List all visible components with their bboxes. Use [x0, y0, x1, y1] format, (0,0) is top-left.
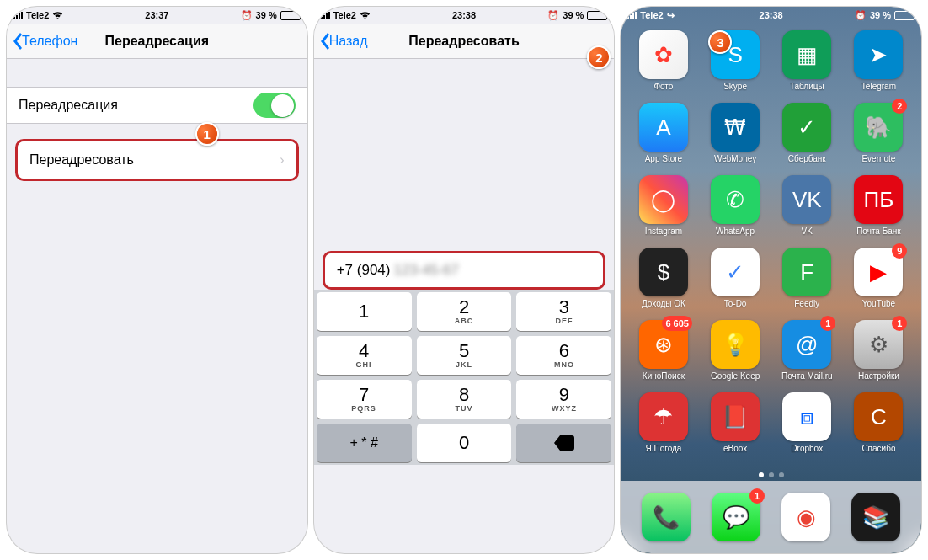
- app-Dropbox[interactable]: ⧈Dropbox: [776, 392, 838, 453]
- app-label: Я.Погода: [645, 444, 681, 453]
- highlight-forward-to: Переадресовать ›: [15, 139, 299, 181]
- app-Telegram[interactable]: ➤Telegram: [848, 30, 909, 91]
- numeric-keypad: 12ABC3DEF4GHI5JKL6MNO7PQRS8TUV9WXYZ + * …: [314, 290, 615, 465]
- app-To-Do[interactable]: ✓To-Do: [705, 248, 766, 308]
- app-label: Dropbox: [791, 444, 823, 453]
- app-Доходы ОК[interactable]: $Доходы ОК: [632, 248, 694, 308]
- app-label: Skype: [723, 82, 747, 91]
- app-label: YouTube: [862, 299, 895, 308]
- back-label: Телефон: [22, 34, 77, 49]
- call-forward-indicator-icon: ↪: [667, 10, 675, 21]
- app-Фото[interactable]: ✿Фото: [632, 30, 694, 91]
- back-label: Назад: [329, 34, 368, 49]
- key-backspace[interactable]: [516, 424, 611, 462]
- badge: 6 605: [662, 316, 692, 331]
- app-App Store[interactable]: AApp Store: [632, 103, 694, 163]
- forward-to-row[interactable]: Переадресовать ›: [18, 141, 296, 179]
- screen-2-forward-number-entry: Tele2 23:38 ⏰ 39 % Назад Переадресовать …: [314, 7, 615, 553]
- dock-app[interactable]: 📞: [642, 493, 691, 541]
- app-icon: ➤: [854, 30, 903, 79]
- app-label: Сбербанк: [788, 154, 826, 163]
- key-3[interactable]: 3DEF: [516, 292, 611, 331]
- app-icon: 📕: [711, 392, 760, 441]
- key-1[interactable]: 1: [317, 292, 412, 331]
- alarm-icon: ⏰: [855, 10, 867, 21]
- app-Я.Погода[interactable]: ☂Я.Погода: [632, 392, 694, 453]
- app-label: WhatsApp: [716, 227, 755, 236]
- alarm-icon: ⏰: [547, 10, 559, 21]
- app-label: Доходы ОК: [642, 299, 685, 308]
- page-indicator[interactable]: [621, 472, 921, 477]
- phone-number-input[interactable]: +7 (904) 123-45-67: [325, 253, 604, 287]
- back-button[interactable]: Назад: [319, 33, 368, 50]
- key-symbols[interactable]: + * #: [317, 424, 412, 462]
- key-4[interactable]: 4GHI: [317, 336, 412, 375]
- app-label: Настройки: [858, 371, 899, 381]
- dock-app[interactable]: 💬1: [712, 493, 760, 541]
- app-icon: ✆: [711, 175, 760, 224]
- chevron-right-icon: ›: [280, 152, 284, 168]
- badge: 1: [820, 316, 835, 331]
- app-Таблицы[interactable]: ▦Таблицы: [776, 30, 838, 91]
- badge: 9: [892, 243, 907, 259]
- app-label: Спасибо: [861, 444, 895, 453]
- app-КиноПоиск[interactable]: ⊛6 605КиноПоиск: [632, 320, 694, 381]
- wifi-icon: [52, 11, 63, 19]
- key-8[interactable]: 8TUV: [417, 380, 512, 419]
- app-Evernote[interactable]: 🐘2Evernote: [848, 103, 909, 163]
- app-label: VK: [802, 227, 813, 236]
- app-Почта Mail.ru[interactable]: @1Почта Mail.ru: [776, 320, 838, 381]
- app-label: WebMoney: [714, 154, 756, 163]
- forwarding-toggle-row: Переадресация: [7, 87, 307, 124]
- screen-3-home-screen: Tele2 ↪ 23:38 ⏰ 39 % 3 ✿ФотоSSkype▦Табли…: [621, 7, 921, 553]
- callout-1: 1: [195, 122, 219, 146]
- app-icon: A: [639, 103, 688, 152]
- app-label: eBoox: [723, 444, 747, 453]
- app-YouTube[interactable]: ▶9YouTube: [848, 248, 909, 308]
- forward-to-label: Переадресовать: [29, 152, 134, 168]
- status-bar: Tele2 23:37 ⏰ 39 %: [7, 7, 307, 24]
- app-label: App Store: [645, 154, 682, 163]
- key-5[interactable]: 5JKL: [417, 336, 512, 375]
- dock-app[interactable]: 📚: [851, 493, 900, 541]
- dock-app[interactable]: ◉: [781, 493, 830, 541]
- status-bar: Tele2 23:38 ⏰ 39 %: [314, 7, 615, 24]
- app-Сбербанк[interactable]: ✓Сбербанк: [776, 103, 838, 163]
- key-7[interactable]: 7PQRS: [317, 380, 412, 419]
- key-0[interactable]: 0: [417, 424, 512, 462]
- app-eBoox[interactable]: 📕eBoox: [705, 392, 766, 453]
- nav-bar: Назад Переадресовать: [314, 24, 615, 59]
- forwarding-toggle[interactable]: [253, 93, 296, 118]
- app-Google Keep[interactable]: 💡Google Keep: [705, 320, 766, 381]
- app-Instagram[interactable]: ◯Instagram: [632, 175, 694, 236]
- status-time: 23:37: [145, 10, 168, 20]
- carrier-label: Tele2: [26, 10, 49, 20]
- app-WebMoney[interactable]: ₩WebMoney: [705, 103, 766, 163]
- app-VK[interactable]: VKVK: [776, 175, 838, 236]
- app-Спасибо[interactable]: ССпасибо: [848, 392, 909, 453]
- badge: 1: [892, 316, 907, 331]
- key-9[interactable]: 9WXYZ: [516, 380, 611, 419]
- app-Почта Банк[interactable]: ПБПочта Банк: [848, 175, 909, 236]
- app-icon: ☂: [639, 392, 688, 441]
- app-label: Таблицы: [790, 82, 824, 91]
- status-time: 23:38: [452, 10, 476, 20]
- back-button[interactable]: Телефон: [12, 33, 77, 50]
- app-label: КиноПоиск: [643, 371, 685, 381]
- callout-2: 2: [587, 45, 611, 69]
- home-screen-grid: ✿ФотоSSkype▦Таблицы➤TelegramAApp Store₩W…: [621, 24, 921, 453]
- app-icon: ✿: [639, 30, 688, 79]
- app-icon: F: [782, 248, 831, 296]
- app-label: Фото: [653, 82, 673, 91]
- battery-icon: [280, 11, 301, 20]
- app-icon: ₩: [711, 103, 760, 152]
- app-icon: С: [854, 392, 903, 441]
- wifi-icon: [360, 11, 371, 19]
- app-icon: ▦: [782, 30, 831, 79]
- badge: 1: [749, 488, 765, 504]
- key-2[interactable]: 2ABC: [417, 292, 512, 331]
- app-WhatsApp[interactable]: ✆WhatsApp: [705, 175, 766, 236]
- app-Настройки[interactable]: ⚙1Настройки: [848, 320, 909, 381]
- app-Feedly[interactable]: FFeedly: [776, 248, 838, 308]
- key-6[interactable]: 6MNO: [516, 336, 611, 375]
